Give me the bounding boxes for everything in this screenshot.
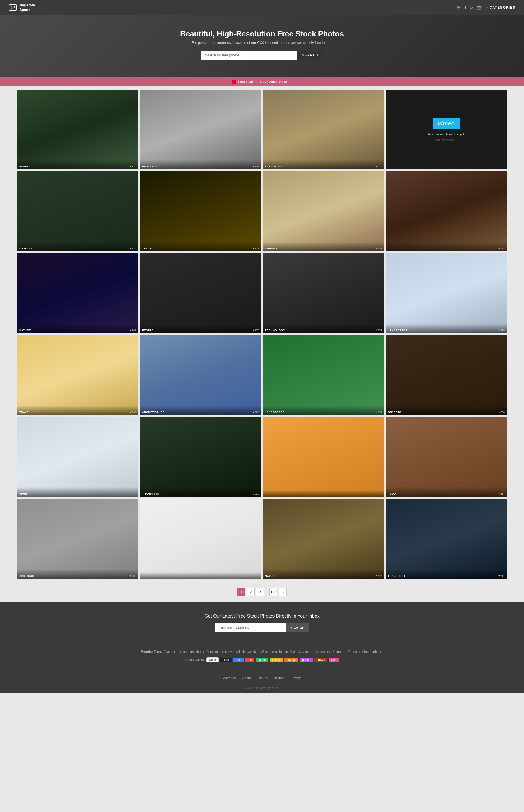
tag-phone[interactable]: #phone bbox=[372, 650, 382, 653]
photo-category: PEOPLE bbox=[142, 329, 154, 332]
photo-item[interactable]: PEOPLE ♥ 276 bbox=[140, 253, 261, 333]
ad-card[interactable]: vimeo Tinker to your heart's delight. AD… bbox=[386, 90, 507, 169]
color-red-chip[interactable]: red bbox=[245, 658, 254, 662]
color-white-chip[interactable]: white bbox=[207, 658, 218, 662]
tag-photographer[interactable]: #photographer bbox=[348, 650, 369, 653]
tag-office[interactable]: #office bbox=[259, 650, 268, 653]
photo-item[interactable]: ♥ 164 bbox=[386, 171, 507, 251]
photo-item[interactable] bbox=[140, 499, 261, 578]
tag-desk[interactable]: #desk bbox=[236, 650, 245, 653]
photo-item[interactable]: PEOPLE ♥ 213 bbox=[17, 90, 138, 169]
page-3-button[interactable]: 3 bbox=[256, 588, 264, 596]
tag-mobile[interactable]: #mobile bbox=[271, 650, 282, 653]
photo-count: ♥ 172 bbox=[376, 165, 382, 168]
photo-item[interactable] bbox=[263, 417, 384, 497]
email-form: SIGN UP bbox=[215, 624, 309, 632]
photo-item[interactable]: FOOD ♥ 317 bbox=[386, 417, 507, 497]
join-us-link[interactable]: Join Us bbox=[257, 676, 267, 680]
tag-work[interactable]: #work bbox=[247, 650, 256, 653]
photo-item[interactable]: TRAVEL ♥ 173 bbox=[140, 171, 261, 251]
tag-man[interactable]: #man bbox=[179, 650, 187, 653]
tag-woman[interactable]: #woman bbox=[164, 650, 176, 653]
external-link-icon: ↗ bbox=[289, 80, 292, 84]
color-green-chip[interactable]: green bbox=[256, 658, 268, 662]
photo-item[interactable]: NATURE ♥ 292 bbox=[263, 499, 384, 578]
photo-item[interactable]: TRANSPORT ♥ 172 bbox=[263, 90, 384, 169]
color-purple-chip[interactable]: purple bbox=[300, 658, 313, 662]
page-2-button[interactable]: 2 bbox=[247, 588, 255, 596]
next-page-button[interactable]: → bbox=[279, 588, 287, 596]
photo-item[interactable]: TRAVEL ♥ 206 bbox=[17, 335, 138, 415]
photo-background bbox=[140, 499, 261, 578]
footer: Popular Tags: #woman #man #macbook #desi… bbox=[0, 644, 524, 671]
photo-item[interactable]: TECHNOLOGY ♥ 234 bbox=[263, 253, 384, 333]
photo-item[interactable]: TRANSPORT ♥ 211 bbox=[386, 499, 507, 578]
twitter-link[interactable]: 🐦 bbox=[457, 5, 461, 10]
photo-category: ABSTRACT bbox=[19, 575, 35, 577]
photo-category: NATURE bbox=[19, 329, 31, 332]
color-brown-chip[interactable]: brown bbox=[314, 658, 327, 662]
photo-item[interactable]: LANDSCAPES ♥ 213 bbox=[263, 335, 384, 415]
color-black-chip[interactable]: black bbox=[220, 658, 232, 662]
tag-creative[interactable]: #creative bbox=[221, 650, 234, 653]
facebook-link[interactable]: f bbox=[465, 5, 466, 10]
photo-label: OBJECTS ♥ 184 bbox=[17, 242, 138, 251]
photo-label: TRANSPORT ♥ 211 bbox=[386, 569, 507, 579]
photo-item[interactable]: SPORT bbox=[17, 417, 138, 497]
color-blue-chip[interactable]: blue bbox=[233, 658, 244, 662]
signup-button[interactable]: SIGN UP bbox=[286, 624, 309, 632]
photo-background bbox=[140, 335, 261, 415]
privacy-link[interactable]: Privacy bbox=[290, 676, 301, 680]
photo-background bbox=[140, 417, 261, 497]
tag-computer[interactable]: #computer bbox=[315, 650, 330, 653]
photo-label: SPORT bbox=[17, 487, 138, 497]
photo-label: ARCHITECTURE ♥ 208 bbox=[140, 405, 261, 415]
page-128-button[interactable]: 128 bbox=[269, 588, 277, 596]
license-link[interactable]: License bbox=[273, 676, 284, 680]
pinterest-link[interactable]: 𝕡 bbox=[471, 5, 473, 10]
photo-background bbox=[386, 335, 507, 415]
search-input[interactable] bbox=[201, 51, 297, 60]
photo-background bbox=[263, 335, 384, 415]
tag-design[interactable]: #design bbox=[207, 650, 218, 653]
adobe-icon bbox=[232, 80, 236, 84]
photo-item[interactable]: OBJECTS ♥ 184 bbox=[17, 171, 138, 251]
photo-item[interactable]: ARCHITECTURE ♥ 208 bbox=[140, 335, 261, 415]
tag-coffee[interactable]: #coffee bbox=[284, 650, 295, 653]
photo-background bbox=[263, 417, 384, 497]
categories-button[interactable]: ≡ CATEGORIES bbox=[486, 5, 515, 10]
photo-category: TRANSPORT bbox=[265, 165, 283, 168]
color-orange-chip[interactable]: orange bbox=[284, 658, 298, 662]
photo-item[interactable]: ANIMALS ♥ 194 bbox=[263, 171, 384, 251]
colors-label: Photo Colors: bbox=[185, 658, 205, 662]
photo-item[interactable]: LANDSCAPES ♥ 218 bbox=[386, 253, 507, 333]
main-nav: 🐦 f 𝕡 📷 ≡ CATEGORIES bbox=[457, 5, 515, 10]
photo-count: ♥ 164 bbox=[498, 247, 505, 250]
advertise-link[interactable]: Advertise bbox=[223, 676, 236, 680]
photo-item[interactable]: ABSTRACT ♥ 209 bbox=[17, 499, 138, 578]
tag-camera[interactable]: #camera bbox=[333, 650, 345, 653]
about-link[interactable]: About bbox=[243, 676, 251, 680]
photo-label: PEOPLE ♥ 276 bbox=[140, 324, 261, 333]
tag-macbook[interactable]: #macbook bbox=[189, 650, 204, 653]
search-button[interactable]: SEARCH bbox=[297, 51, 323, 60]
promo-banner[interactable]: Free 1 Month Trial Of Adobe Stock ↗ bbox=[0, 78, 524, 86]
photo-background bbox=[17, 499, 138, 578]
page-1-button[interactable]: 1 bbox=[237, 588, 245, 596]
tag-keyboard[interactable]: #keyboard bbox=[297, 650, 312, 653]
photo-label: ANIMALS ♥ 194 bbox=[263, 242, 384, 251]
photo-category: NATURE bbox=[265, 575, 277, 577]
email-input[interactable] bbox=[215, 624, 286, 632]
color-yellow-chip[interactable]: yellow bbox=[270, 658, 283, 662]
photo-item[interactable]: OBJECTS ♥ 228 bbox=[386, 335, 507, 415]
color-pink-chip[interactable]: pink bbox=[329, 658, 339, 662]
photo-count: ♥ 187 bbox=[253, 165, 259, 168]
photo-category: OBJECTS bbox=[19, 247, 33, 250]
photo-item[interactable]: TRANSPORT ♥ 218 bbox=[140, 417, 261, 497]
photo-item[interactable]: NATURE ♥ 282 bbox=[17, 253, 138, 333]
instagram-link[interactable]: 📷 bbox=[477, 5, 482, 10]
photo-category: SPORT bbox=[19, 493, 29, 495]
photo-count: ♥ 228 bbox=[498, 411, 505, 414]
photo-item[interactable]: ABSTRACT ♥ 187 bbox=[140, 90, 261, 169]
logo[interactable]: Negative Space bbox=[9, 3, 35, 12]
